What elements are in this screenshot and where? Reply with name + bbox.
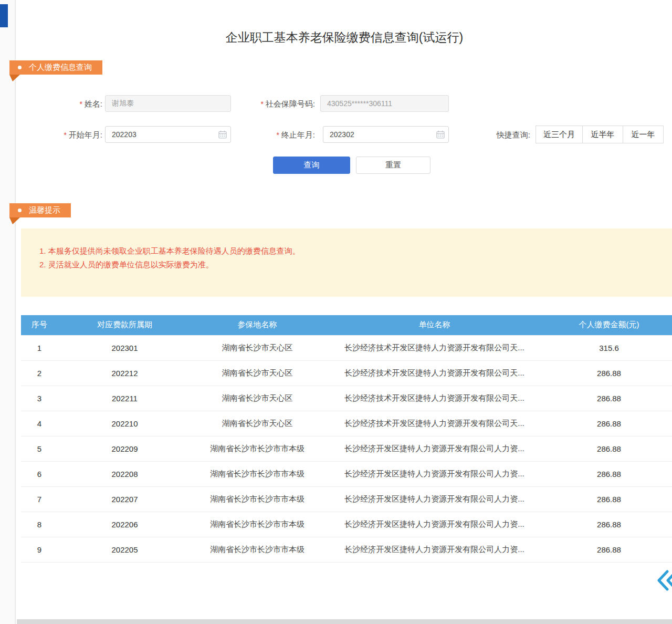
start-month-field-wrap xyxy=(105,126,231,143)
payment-table: 序号 对应费款所属期 参保地名称 单位名称 个人缴费金额(元) 1202301湖… xyxy=(21,315,672,563)
table-row: 9202205湖南省长沙市长沙市市本级长沙经济开发区捷特人力资源开发有限公司人力… xyxy=(21,537,672,562)
table-cell: 2 xyxy=(21,360,58,386)
table-cell: 长沙经济技术开发区捷特人力资源开发有限公司天... xyxy=(323,335,546,360)
table-cell: 8 xyxy=(21,512,58,537)
calendar-icon[interactable] xyxy=(436,130,445,139)
table-cell: 286.88 xyxy=(546,360,672,386)
header-employer: 单位名称 xyxy=(323,315,546,335)
table-row: 5202209湖南省长沙市长沙市市本级长沙经济开发区捷特人力资源开发有限公司人力… xyxy=(21,436,672,461)
bottom-scrollbar-track[interactable] xyxy=(17,619,672,624)
reset-button[interactable]: 重置 xyxy=(356,157,430,174)
quick-btn-last-3-months[interactable]: 近三个月 xyxy=(536,126,583,143)
bullet-dot-icon xyxy=(18,209,22,212)
table-cell: 5 xyxy=(21,436,58,461)
table-row: 7202207湖南省长沙市长沙市市本级长沙经济开发区捷特人力资源开发有限公司人力… xyxy=(21,486,672,512)
table-cell: 286.88 xyxy=(546,537,672,562)
required-asterisk: * xyxy=(79,100,82,108)
table-cell: 202206 xyxy=(58,512,192,537)
table-cell: 湖南省长沙市天心区 xyxy=(192,411,323,436)
table-cell: 长沙经济开发区捷特人力资源开发有限公司人力资... xyxy=(323,512,546,537)
table-row: 6202208湖南省长沙市长沙市市本级长沙经济开发区捷特人力资源开发有限公司人力… xyxy=(21,461,672,486)
table-cell: 长沙经济开发区捷特人力资源开发有限公司人力资... xyxy=(323,486,546,512)
table-cell: 长沙经济技术开发区捷特人力资源开发有限公司天... xyxy=(323,411,546,436)
table-cell: 湖南省长沙市天心区 xyxy=(192,386,323,411)
quick-query-group: 近三个月 近半年 近一年 xyxy=(536,126,664,143)
table-row: 4202210湖南省长沙市天心区长沙经济技术开发区捷特人力资源开发有限公司天..… xyxy=(21,411,672,436)
end-month-label: *终止年月: xyxy=(231,130,315,140)
double-chevron-left-icon[interactable] xyxy=(656,568,672,592)
name-field[interactable] xyxy=(105,95,231,112)
table-cell: 7 xyxy=(21,486,58,512)
end-month-field[interactable] xyxy=(323,126,449,143)
table-cell: 202210 xyxy=(58,411,192,436)
required-asterisk: * xyxy=(276,131,279,139)
table-cell: 286.88 xyxy=(546,411,672,436)
section-badge-personal-query: 个人缴费信息查询 xyxy=(9,60,102,75)
table-cell: 286.88 xyxy=(546,386,672,411)
table-cell: 湖南省长沙市长沙市市本级 xyxy=(192,537,323,562)
table-cell: 湖南省长沙市长沙市市本级 xyxy=(192,461,323,486)
table-cell: 286.88 xyxy=(546,461,672,486)
table-cell: 湖南省长沙市天心区 xyxy=(192,335,323,360)
table-cell: 湖南省长沙市长沙市市本级 xyxy=(192,436,323,461)
notice-box: 1. 本服务仅提供尚未领取企业职工基本养老保险待遇人员的缴费信息查询。 2. 灵… xyxy=(21,228,672,297)
table-cell: 长沙经济开发区捷特人力资源开发有限公司人力资... xyxy=(323,461,546,486)
table-cell: 4 xyxy=(21,411,58,436)
screen: 企业职工基本养老保险缴费信息查询(试运行) 个人缴费信息查询 *姓名: *社会保… xyxy=(0,0,672,624)
start-month-label: *开始年月: xyxy=(32,130,102,140)
table-cell: 286.88 xyxy=(546,512,672,537)
table-cell: 1 xyxy=(21,335,58,360)
table-row: 2202212湖南省长沙市天心区长沙经济技术开发区捷特人力资源开发有限公司天..… xyxy=(21,360,672,386)
calendar-icon[interactable] xyxy=(218,130,227,139)
table-cell: 202209 xyxy=(58,436,192,461)
required-asterisk: * xyxy=(260,100,263,108)
table-body: 1202301湖南省长沙市天心区长沙经济技术开发区捷特人力资源开发有限公司天..… xyxy=(21,335,672,562)
table-cell: 286.88 xyxy=(546,436,672,461)
table-cell: 202211 xyxy=(58,386,192,411)
bullet-dot-icon xyxy=(18,66,22,69)
start-month-field[interactable] xyxy=(105,126,231,143)
header-seq: 序号 xyxy=(21,315,58,335)
table-cell: 202212 xyxy=(58,360,192,386)
header-amount: 个人缴费金额(元) xyxy=(546,315,672,335)
header-period: 对应费款所属期 xyxy=(58,315,192,335)
left-sidebar-strip xyxy=(0,0,16,624)
name-label: *姓名: xyxy=(32,99,102,109)
table-cell: 长沙经济开发区捷特人力资源开发有限公司人力资... xyxy=(323,537,546,562)
sidebar-collapsed-tab[interactable] xyxy=(0,4,8,27)
table-row: 1202301湖南省长沙市天心区长沙经济技术开发区捷特人力资源开发有限公司天..… xyxy=(21,335,672,360)
ssn-field-wrap xyxy=(320,95,449,112)
table-cell: 长沙经济开发区捷特人力资源开发有限公司人力资... xyxy=(323,436,546,461)
table-cell: 湖南省长沙市长沙市市本级 xyxy=(192,512,323,537)
table-cell: 湖南省长沙市长沙市市本级 xyxy=(192,486,323,512)
ssn-label: *社会保障号码: xyxy=(231,99,315,109)
section-badge-label: 温馨提示 xyxy=(29,205,60,215)
query-button[interactable]: 查询 xyxy=(273,157,350,174)
table-cell: 202207 xyxy=(58,486,192,512)
table-cell: 9 xyxy=(21,537,58,562)
quick-btn-last-half-year[interactable]: 近半年 xyxy=(582,126,623,143)
quick-query-label: 快捷查询: xyxy=(457,130,530,140)
quick-btn-last-year[interactable]: 近一年 xyxy=(623,126,664,143)
table-cell: 3 xyxy=(21,386,58,411)
table-cell: 长沙经济技术开发区捷特人力资源开发有限公司天... xyxy=(323,360,546,386)
ssn-field[interactable] xyxy=(320,95,449,112)
table-cell: 315.6 xyxy=(546,335,672,360)
header-insured-place: 参保地名称 xyxy=(192,315,323,335)
notice-line: 1. 本服务仅提供尚未领取企业职工基本养老保险待遇人员的缴费信息查询。 xyxy=(39,244,662,258)
table-cell: 286.88 xyxy=(546,486,672,512)
required-asterisk: * xyxy=(64,131,66,139)
page-title: 企业职工基本养老保险缴费信息查询(试运行) xyxy=(17,29,672,46)
table-cell: 202208 xyxy=(58,461,192,486)
end-month-field-wrap xyxy=(323,126,449,143)
section-badge-tips: 温馨提示 xyxy=(9,203,71,217)
table-cell: 6 xyxy=(21,461,58,486)
table-cell: 202301 xyxy=(58,335,192,360)
table-row: 8202206湖南省长沙市长沙市市本级长沙经济开发区捷特人力资源开发有限公司人力… xyxy=(21,512,672,537)
table-cell: 202205 xyxy=(58,537,192,562)
name-field-wrap xyxy=(105,95,231,112)
section-badge-label: 个人缴费信息查询 xyxy=(29,63,92,72)
notice-line: 2. 灵活就业人员的缴费单位信息以实际缴费为准。 xyxy=(39,258,662,272)
table-row: 3202211湖南省长沙市天心区长沙经济技术开发区捷特人力资源开发有限公司天..… xyxy=(21,386,672,411)
table-header-row: 序号 对应费款所属期 参保地名称 单位名称 个人缴费金额(元) xyxy=(21,315,672,335)
